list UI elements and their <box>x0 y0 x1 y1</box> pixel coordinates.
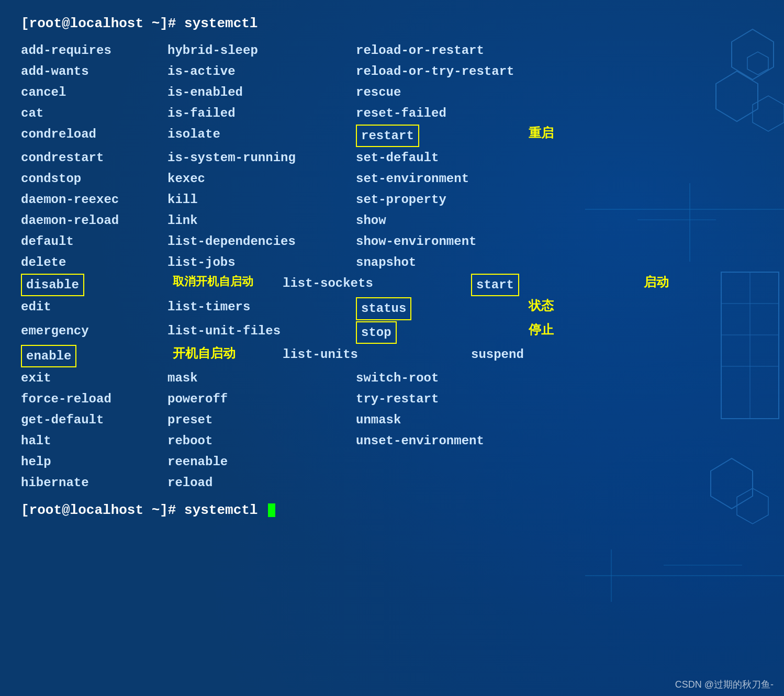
cmd-force-reload: force-reload <box>21 389 167 409</box>
cmd-set-environment: set-environment <box>356 169 523 188</box>
cmd-disable: disable <box>21 274 167 296</box>
cmd-daemon-reload: daemon-reload <box>21 211 167 230</box>
table-row: help reenable <box>21 452 763 472</box>
cmd-cancel: cancel <box>21 83 167 102</box>
terminal-content: [root@localhost ~]# systemctl add-requir… <box>0 0 784 543</box>
cursor <box>268 503 275 517</box>
cmd-show: show <box>356 211 523 230</box>
annotation-enable: 开机自启动 <box>167 345 283 362</box>
cmd-mask: mask <box>167 368 356 388</box>
prompt-line-2: [root@localhost ~]# systemctl <box>21 502 763 518</box>
cmd-reload: reload <box>167 473 356 492</box>
table-row: emergency list-unit-files stop 停止 <box>21 321 763 344</box>
cmd-cat: cat <box>21 104 167 123</box>
cmd-add-wants: add-wants <box>21 62 167 81</box>
cmd-kill: kill <box>167 190 356 209</box>
annotation-status: 状态 <box>523 297 602 314</box>
table-row: enable 开机自启动 list-units suspend <box>21 345 763 367</box>
cmd-hibernate: hibernate <box>21 473 167 492</box>
table-row: daemon-reload link show <box>21 211 763 231</box>
table-row: condrestart is-system-running set-defaul… <box>21 148 763 168</box>
cmd-emergency: emergency <box>21 321 167 341</box>
cmd-switch-root: switch-root <box>356 368 523 388</box>
prompt-line-1: [root@localhost ~]# systemctl <box>21 16 763 31</box>
cmd-unmask: unmask <box>356 410 523 430</box>
cmd-help: help <box>21 452 167 472</box>
cmd-link: link <box>167 211 356 230</box>
table-row: hibernate reload <box>21 473 763 493</box>
table-row: add-wants is-active reload-or-try-restar… <box>21 62 763 82</box>
cmd-show-environment: show-environment <box>356 232 523 251</box>
cmd-is-failed: is-failed <box>167 104 356 123</box>
watermark: CSDN @过期的秋刀鱼- <box>675 678 774 691</box>
cmd-snapshot: snapshot <box>356 253 523 272</box>
table-row: cat is-failed reset-failed <box>21 104 763 124</box>
commands-list: add-requires hybrid-sleep reload-or-rest… <box>21 41 763 493</box>
cmd-daemon-reexec: daemon-reexec <box>21 190 167 209</box>
cmd-try-restart: try-restart <box>356 389 523 409</box>
cmd-isolate: isolate <box>167 125 356 144</box>
cmd-set-property: set-property <box>356 190 523 209</box>
cmd-set-default: set-default <box>356 148 523 167</box>
stop-boxed: stop <box>356 321 397 344</box>
cmd-start: start <box>471 274 639 296</box>
table-row: default list-dependencies show-environme… <box>21 232 763 252</box>
cmd-list-unit-files: list-unit-files <box>167 321 356 341</box>
cmd-poweroff: poweroff <box>167 389 356 409</box>
cmd-restart: restart <box>356 125 523 147</box>
annotation-start: 启动 <box>639 274 717 290</box>
table-row: get-default preset unmask <box>21 410 763 430</box>
table-row: delete list-jobs snapshot <box>21 253 763 273</box>
cmd-preset: preset <box>167 410 356 430</box>
table-row: add-requires hybrid-sleep reload-or-rest… <box>21 41 763 61</box>
cmd-is-system-running: is-system-running <box>167 148 356 167</box>
cmd-add-requires: add-requires <box>21 41 167 60</box>
cmd-hybrid-sleep: hybrid-sleep <box>167 41 356 60</box>
cmd-stop: stop <box>356 321 523 344</box>
cmd-condreload: condreload <box>21 125 167 144</box>
table-row: disable 取消开机自启动 list-sockets start 启动 <box>21 274 763 296</box>
cmd-exit: exit <box>21 368 167 388</box>
cmd-default: default <box>21 232 167 251</box>
start-boxed: start <box>471 274 519 296</box>
cmd-is-enabled: is-enabled <box>167 83 356 102</box>
restart-boxed: restart <box>356 125 419 147</box>
annotation-stop: 停止 <box>523 321 602 338</box>
cmd-edit: edit <box>21 297 167 317</box>
cmd-list-timers: list-timers <box>167 297 356 317</box>
cmd-list-jobs: list-jobs <box>167 253 356 272</box>
cmd-list-dependencies: list-dependencies <box>167 232 356 251</box>
disable-boxed: disable <box>21 274 84 296</box>
cmd-condrestart: condrestart <box>21 148 167 167</box>
annotation-restart: 重启 <box>523 125 602 141</box>
annotation-disable: 取消开机自启动 <box>167 274 283 289</box>
cmd-reset-failed: reset-failed <box>356 104 523 123</box>
cmd-enable: enable <box>21 345 167 367</box>
cmd-reload-or-try-restart: reload-or-try-restart <box>356 62 523 81</box>
cmd-unset-environment: unset-environment <box>356 431 523 451</box>
table-row: cancel is-enabled rescue <box>21 83 763 103</box>
table-row: daemon-reexec kill set-property <box>21 190 763 210</box>
cmd-reload-or-restart: reload-or-restart <box>356 41 523 60</box>
cmd-rescue: rescue <box>356 83 523 102</box>
cmd-status: status <box>356 297 523 320</box>
cmd-list-sockets: list-sockets <box>283 274 471 293</box>
cmd-halt: halt <box>21 431 167 451</box>
table-row: condreload isolate restart 重启 <box>21 125 763 147</box>
table-row: condstop kexec set-environment <box>21 169 763 189</box>
table-row: force-reload poweroff try-restart <box>21 389 763 409</box>
cmd-delete: delete <box>21 253 167 272</box>
cmd-reenable: reenable <box>167 452 356 472</box>
cmd-get-default: get-default <box>21 410 167 430</box>
table-row: edit list-timers status 状态 <box>21 297 763 320</box>
cmd-condstop: condstop <box>21 169 167 188</box>
table-row: exit mask switch-root <box>21 368 763 388</box>
enable-boxed: enable <box>21 345 76 367</box>
cmd-is-active: is-active <box>167 62 356 81</box>
table-row: halt reboot unset-environment <box>21 431 763 451</box>
status-boxed: status <box>356 297 411 320</box>
cmd-reboot: reboot <box>167 431 356 451</box>
cmd-kexec: kexec <box>167 169 356 188</box>
cmd-suspend: suspend <box>471 345 639 364</box>
cmd-list-units: list-units <box>283 345 471 364</box>
